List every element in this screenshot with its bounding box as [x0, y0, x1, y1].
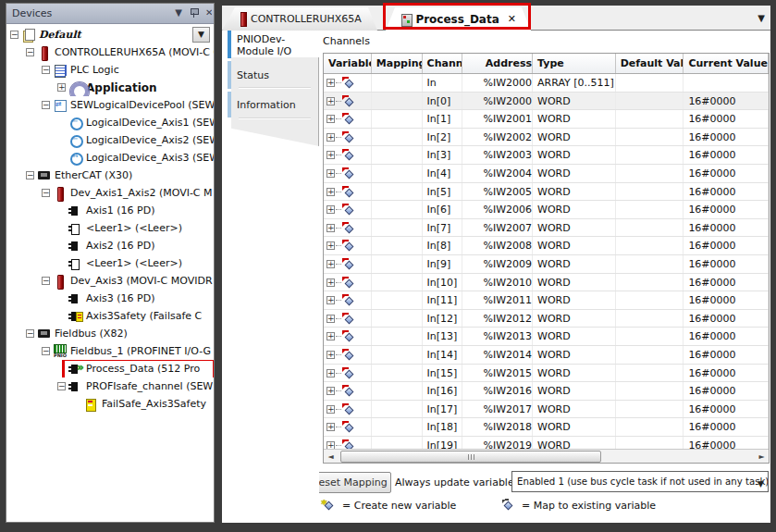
table-row-in-15[interactable]: +In[15]%IW2015WORD16#0000 [324, 365, 769, 383]
always-update-variables-select[interactable]: Enabled 1 (use bus cycle task if not use… [511, 471, 769, 492]
column-header-variable[interactable]: Variable [324, 54, 372, 73]
tree-item-axis3-16-pd[interactable]: Axis3 (16 PD) [6, 290, 214, 307]
table-row-in-12[interactable]: +In[12]%IW2012WORD16#0000 [324, 310, 769, 328]
tree-item-dev-axis1-axis2-movi-c-m[interactable]: −Dev_Axis1_Axis2 (MOVI-C M [6, 184, 214, 202]
expand-box-icon[interactable]: + [57, 83, 66, 92]
tree-item-ethercat-x30[interactable]: −EtherCAT (X30) [6, 167, 214, 184]
expand-box-icon[interactable]: + [326, 133, 335, 142]
tree-item-process-data-512-pro[interactable]: »Process_Data (512 Pro [6, 360, 214, 377]
table-row-in-2[interactable]: +In[2]%IW2002WORD16#0000 [324, 129, 769, 147]
expand-box-icon[interactable]: + [326, 278, 335, 287]
tree-item-dev-axis3-movi-c-movidr[interactable]: −Dev_Axis3 (MOVI-C MOVIDR [6, 272, 214, 290]
collapse-box-icon[interactable]: − [42, 189, 50, 197]
collapse-box-icon[interactable]: − [10, 31, 18, 39]
default-cell [616, 237, 684, 254]
scrollbar-thumb[interactable] [340, 451, 601, 463]
expand-box-icon[interactable]: + [326, 169, 335, 178]
expand-box-icon[interactable]: + [326, 296, 335, 304]
tree-item-axis2-16-pd[interactable]: Axis2 (16 PD) [6, 237, 214, 254]
expand-box-icon[interactable]: + [326, 115, 335, 123]
expand-box-icon[interactable]: + [326, 315, 335, 323]
tree-item-axis3safety-failsafe-c[interactable]: Axis3Safety (Failsafe C [6, 307, 214, 325]
collapse-box-icon[interactable]: − [42, 277, 50, 285]
tree-item-failsafe-axis3safety[interactable]: FailSafe_Axis3Safety [6, 395, 214, 413]
expand-box-icon[interactable]: + [326, 188, 335, 196]
expand-box-icon[interactable]: + [326, 351, 335, 359]
expand-box-icon[interactable]: + [326, 332, 335, 340]
tree-item-fieldbus-x82[interactable]: −Fieldbus (X82) [6, 325, 214, 342]
default-cell [616, 274, 684, 291]
tree-item-profisafe-channel-sew[interactable]: −PROFIsafe_channel (SEW [6, 377, 214, 395]
table-row-in-0[interactable]: +In[0]%IW2000WORD16#0000 [324, 93, 769, 111]
table-row-in-1[interactable]: +In[1]%IW2001WORD16#0000 [324, 110, 769, 129]
table-row-in-7[interactable]: +In[7]%IW2007WORD16#0000 [324, 219, 769, 238]
table-row-in-3[interactable]: +In[3]%IW2003WORD16#0000 [324, 146, 769, 165]
horizontal-scrollbar[interactable]: ◄ ► [324, 449, 769, 463]
collapse-box-icon[interactable]: − [42, 66, 50, 74]
tree-item-logicaldevice-axis3-sewlo[interactable]: LogicalDevice_Axis3 (SEWLo [6, 149, 214, 167]
expand-box-icon[interactable]: + [326, 97, 335, 105]
project-combo-chevron-down-icon[interactable]: ▼ [192, 27, 210, 43]
table-row-in-5[interactable]: +In[5]%IW2005WORD16#0000 [324, 183, 769, 202]
expand-box-icon[interactable]: + [326, 241, 335, 250]
table-row-in-16[interactable]: +In[16]%IW2016WORD16#0000 [324, 382, 769, 401]
tab-close-icon[interactable]: ✕ [508, 13, 516, 25]
collapse-box-icon[interactable]: − [26, 48, 34, 56]
collapse-box-icon[interactable]: − [42, 347, 50, 355]
expand-box-icon[interactable]: + [326, 260, 335, 268]
tree-item-logicaldevice-axis2-sewlo[interactable]: LogicalDevice_Axis2 (SEWLo [6, 131, 214, 149]
tab-process-data[interactable]: Process_Data✕ [386, 7, 531, 31]
collapse-box-icon[interactable]: − [26, 171, 34, 179]
tab-controlleruhx65a[interactable]: CONTROLLERUHX65A [226, 7, 377, 31]
column-header-mapping[interactable]: Mapping [372, 54, 423, 73]
expand-box-icon[interactable]: + [326, 369, 335, 377]
table-row-in-4[interactable]: +In[4]%IW2004WORD16#0000 [324, 165, 769, 183]
table-row-in-18[interactable]: +In[18]%IW2018WORD16#0000 [324, 418, 769, 437]
tree-item-controlleruhx65a-movi-c-cont[interactable]: −CONTROLLERUHX65A (MOVI-C CONT [6, 43, 214, 61]
tree-item-axis1-16-pd[interactable]: Axis1 (16 PD) [6, 202, 214, 219]
tab-information[interactable]: Information [237, 99, 296, 111]
table-row-in-8[interactable]: +In[8]%IW2008WORD16#0000 [324, 237, 769, 255]
tree-item-default[interactable]: −Default▼ [6, 26, 214, 43]
expand-box-icon[interactable]: + [326, 405, 335, 414]
create-variable-icon [342, 149, 355, 162]
column-header-type[interactable]: Type [533, 54, 616, 73]
collapse-box-icon[interactable]: − [42, 101, 50, 109]
expand-box-icon[interactable]: + [326, 205, 335, 214]
pin-icon[interactable] [190, 7, 198, 18]
column-header-default-value[interactable]: Default Value [616, 54, 684, 73]
tree-item-sewlogicaldevicepool-sewlogic[interactable]: −SEWLogicalDevicePool (SEWLogic [6, 96, 214, 114]
column-header-current-value[interactable]: Current Value [684, 54, 769, 73]
table-row-in-10[interactable]: +In[10]%IW2010WORD16#0000 [324, 274, 769, 292]
tab-status[interactable]: Status [237, 69, 269, 81]
table-row-in-14[interactable]: +In[14]%IW2014WORD16#0000 [324, 346, 769, 365]
panel-menu-chevron-down-icon[interactable]: ▼ [175, 7, 182, 18]
expand-box-icon[interactable]: + [326, 423, 335, 431]
expand-box-icon[interactable]: + [326, 151, 335, 159]
column-header-channel[interactable]: Channel [423, 54, 463, 73]
table-row-in-6[interactable]: +In[6]%IW2006WORD16#0000 [324, 201, 769, 219]
tab-overflow-chevron-down-icon[interactable]: ▼ [758, 13, 765, 23]
legend-text: = Map to existing variable [522, 500, 656, 512]
tree-item-leer1-leer[interactable]: <Leer1> (<Leer>) [6, 254, 214, 272]
reset-mapping-button[interactable]: Reset Mapping [319, 472, 391, 493]
tree-item-leer1-leer[interactable]: <Leer1> (<Leer>) [6, 219, 214, 237]
tree-item-fieldbus-1-profinet-i-o-g[interactable]: −Fieldbus_1 (PROFINET I/O-G [6, 342, 214, 360]
expand-box-icon[interactable]: + [326, 387, 335, 395]
scroll-right-icon[interactable]: ► [755, 451, 769, 463]
close-icon[interactable]: ✕ [205, 7, 212, 18]
collapse-box-icon[interactable]: − [57, 382, 66, 390]
table-row-in-11[interactable]: +In[11]%IW2011WORD16#0000 [324, 291, 769, 310]
expand-box-icon[interactable]: + [326, 79, 335, 87]
tree-item-logicaldevice-axis1-sewlo[interactable]: LogicalDevice_Axis1 (SEWLo [6, 114, 214, 131]
table-row-in-13[interactable]: +In[13]%IW2013WORD16#0000 [324, 328, 769, 346]
expand-box-icon[interactable]: + [326, 224, 335, 232]
table-row-in[interactable]: +In%IW2000ARRAY [0..511] O [324, 74, 769, 93]
scroll-left-icon[interactable]: ◄ [324, 451, 338, 463]
tree-item-application[interactable]: +Application [6, 79, 214, 96]
tree-item-plc-logic[interactable]: −PLC Logic [6, 61, 214, 79]
table-row-in-17[interactable]: +In[17]%IW2017WORD16#0000 [324, 401, 769, 419]
collapse-box-icon[interactable]: − [26, 329, 34, 338]
table-row-in-9[interactable]: +In[9]%IW2009WORD16#0000 [324, 255, 769, 274]
column-header-address[interactable]: Address [462, 54, 533, 73]
